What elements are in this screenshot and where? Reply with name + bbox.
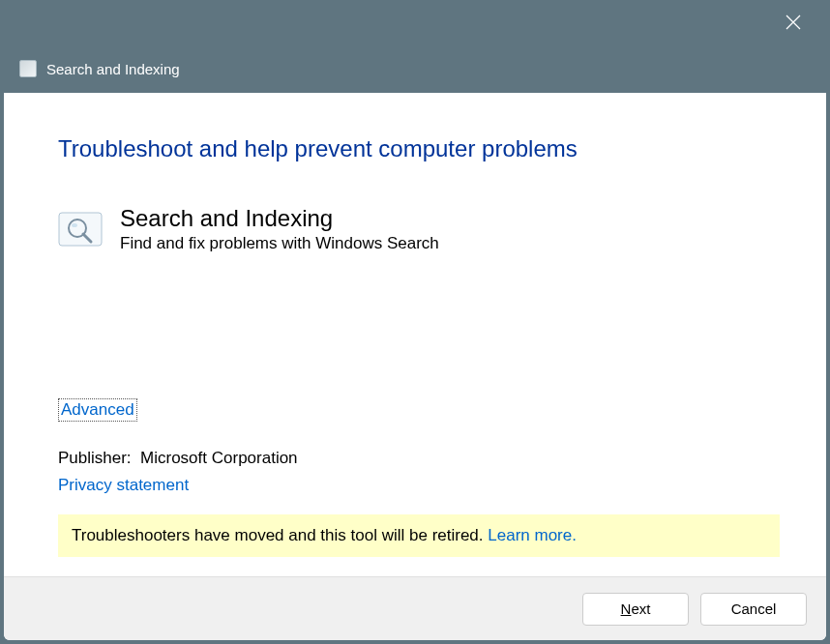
privacy-statement-link[interactable]: Privacy statement	[58, 476, 189, 495]
troubleshooter-title: Search and Indexing	[120, 205, 439, 232]
troubleshooter-item: Search and Indexing Find and fix problem…	[58, 205, 772, 253]
troubleshooter-small-icon	[19, 60, 37, 77]
close-icon	[786, 15, 801, 30]
search-indexing-icon	[58, 207, 103, 251]
page-heading: Troubleshoot and help prevent computer p…	[58, 135, 772, 162]
window-subheader: Search and Indexing	[0, 44, 830, 93]
footer-bar: Next Cancel	[4, 576, 826, 640]
cancel-button[interactable]: Cancel	[700, 593, 807, 626]
troubleshooter-description: Find and fix problems with Windows Searc…	[120, 234, 439, 253]
window-subtitle: Search and Indexing	[46, 61, 180, 77]
titlebar	[0, 0, 830, 44]
next-label-rest: ext	[631, 600, 650, 617]
next-button[interactable]: Next	[582, 593, 689, 626]
advanced-link[interactable]: Advanced	[58, 398, 137, 422]
publisher-row: Publisher: Microsoft Corporation	[58, 449, 772, 468]
svg-point-5	[72, 223, 77, 227]
svg-rect-2	[59, 213, 102, 246]
content-body: Troubleshoot and help prevent computer p…	[4, 93, 826, 576]
troubleshooter-text: Search and Indexing Find and fix problem…	[120, 205, 439, 253]
publisher-value: Microsoft Corporation	[140, 449, 298, 467]
learn-more-link[interactable]: Learn more.	[488, 526, 577, 544]
publisher-label: Publisher:	[58, 449, 132, 467]
close-button[interactable]	[774, 3, 813, 42]
retirement-notice: Troubleshooters have moved and this tool…	[58, 514, 780, 557]
notice-text: Troubleshooters have moved and this tool…	[72, 526, 488, 544]
content-frame: Troubleshoot and help prevent computer p…	[4, 93, 826, 640]
